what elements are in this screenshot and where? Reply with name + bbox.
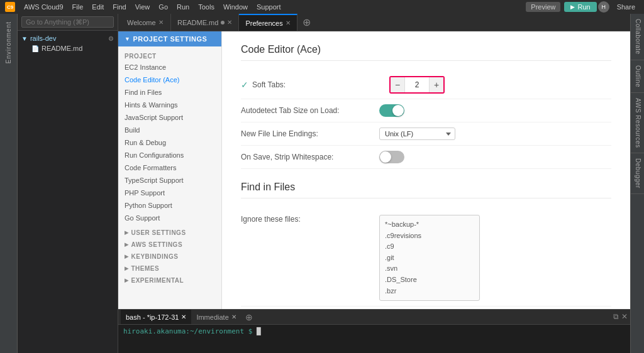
- terminal-tab-immediate[interactable]: Immediate ✕: [191, 310, 241, 324]
- content-area: ▼ PROJECT SETTINGS PROJECT EC2 Instance …: [118, 31, 630, 309]
- settings-run-debug[interactable]: Run & Debug: [118, 136, 221, 149]
- line-endings-select[interactable]: Unix (LF) Windows (CR+LF) Mac OS X (CR): [379, 128, 455, 140]
- tab-preferences-label: Preferences: [245, 19, 282, 27]
- environment-label: Environment: [5, 21, 12, 63]
- tab-readme-label: README.md: [177, 19, 218, 26]
- tab-add-button[interactable]: ⊕: [297, 16, 316, 28]
- terminal-expand-icon[interactable]: ⧉: [613, 312, 619, 321]
- menu-edit[interactable]: Edit: [88, 2, 108, 12]
- soft-tabs-control: − +: [389, 76, 445, 94]
- terminal-body: hiroaki.akanuma:~/environment $ █: [118, 325, 630, 338]
- toggle-knob: [392, 105, 404, 116]
- settings-js-support[interactable]: JavaScript Support: [118, 111, 221, 124]
- gear-icon[interactable]: ⚙: [108, 35, 114, 42]
- terminal-bash-close[interactable]: ✕: [181, 313, 186, 320]
- terminal-tab-bar: bash - *ip-172-31 ✕ Immediate ✕ ⊕ ⧉ ✕: [118, 310, 630, 325]
- tab-welcome[interactable]: Welcome ✕: [121, 14, 171, 31]
- menu-view[interactable]: View: [131, 2, 154, 12]
- menubar: C9 AWS Cloud9 File Edit Find View Go Run…: [0, 0, 644, 14]
- ignore-files-label: Ignore these files:: [241, 215, 379, 224]
- settings-ec2[interactable]: EC2 Instance: [118, 61, 221, 73]
- line-endings-control: Unix (LF) Windows (CR+LF) Mac OS X (CR): [379, 128, 455, 140]
- file-name: README.md: [42, 45, 82, 52]
- settings-code-formatters[interactable]: Code Formatters: [118, 161, 221, 174]
- right-tab-collaborate[interactable]: Collaborate: [631, 14, 644, 60]
- preview-button[interactable]: Preview: [526, 2, 560, 12]
- strip-whitespace-toggle[interactable]: [379, 151, 404, 163]
- settings-header: ▼ PROJECT SETTINGS: [118, 31, 221, 46]
- center-content: Welcome ✕ README.md ✕ Preferences ✕ ⊕ ▼ …: [118, 14, 630, 353]
- tab-preferences[interactable]: Preferences ✕: [239, 14, 297, 31]
- settings-code-editor[interactable]: Code Editor (Ace): [118, 73, 221, 86]
- user-settings-group[interactable]: USER SETTINGS: [118, 227, 221, 239]
- menu-go[interactable]: Go: [155, 2, 172, 12]
- settings-php-support[interactable]: PHP Support: [118, 187, 221, 199]
- line-endings-label: New File Line Endings:: [241, 129, 379, 138]
- terminal-tab-bash[interactable]: bash - *ip-172-31 ✕: [121, 310, 191, 324]
- autodetect-row: Autodetect Tab Size on Load:: [241, 99, 611, 122]
- file-icon: 📄: [31, 45, 39, 52]
- menu-find[interactable]: Find: [109, 2, 130, 12]
- terminal-cursor: █: [257, 327, 261, 335]
- tab-readme[interactable]: README.md ✕: [171, 14, 239, 31]
- soft-tabs-text: Soft Tabs:: [252, 80, 286, 89]
- settings-header-label: PROJECT SETTINGS: [133, 35, 207, 43]
- strip-whitespace-label: On Save, Strip Whitespace:: [241, 153, 379, 161]
- autodetect-toggle[interactable]: [379, 104, 404, 117]
- file-tree: ▼ rails-dev ⚙ 📄 README.md: [18, 31, 118, 353]
- app-logo: C9: [5, 2, 15, 12]
- soft-tabs-decrement[interactable]: −: [391, 77, 404, 92]
- environment-panel: Environment: [0, 14, 18, 353]
- line-endings-row: New File Line Endings: Unix (LF) Windows…: [241, 122, 611, 146]
- right-tab-outline[interactable]: Outline: [631, 60, 644, 93]
- settings-sidebar: ▼ PROJECT SETTINGS PROJECT EC2 Instance …: [118, 31, 222, 309]
- settings-build[interactable]: Build: [118, 124, 221, 136]
- menu-aws-cloud9[interactable]: AWS Cloud9: [20, 2, 67, 12]
- run-button[interactable]: Run: [564, 2, 596, 12]
- file-panel: ▼ rails-dev ⚙ 📄 README.md: [18, 14, 118, 353]
- tree-children: 📄 README.md: [18, 43, 118, 53]
- tab-preferences-close[interactable]: ✕: [286, 19, 291, 26]
- menu-window[interactable]: Window: [219, 2, 252, 12]
- soft-tabs-increment[interactable]: +: [430, 77, 443, 92]
- terminal-bash-label: bash - *ip-172-31: [126, 313, 179, 321]
- main-layout: Environment ▼ rails-dev ⚙ 📄 README.md: [0, 14, 644, 353]
- settings-find-in-files[interactable]: Find in Files: [118, 86, 221, 99]
- settings-python-support[interactable]: Python Support: [118, 199, 221, 212]
- share-button[interactable]: Share: [613, 2, 639, 12]
- themes-group[interactable]: THEMes: [118, 263, 221, 274]
- terminal-prompt: hiroaki.akanuma:~/environment $: [123, 327, 252, 335]
- terminal-immediate-label: Immediate: [196, 313, 228, 321]
- settings-ts-support[interactable]: TypeScript Support: [118, 174, 221, 187]
- menu-tools[interactable]: Tools: [194, 2, 218, 12]
- tree-folder-rails-dev[interactable]: ▼ rails-dev ⚙: [18, 33, 118, 43]
- terminal-immediate-close[interactable]: ✕: [231, 313, 236, 320]
- header-arrow: ▼: [125, 36, 130, 42]
- right-tab-aws-resources[interactable]: AWS Resources: [631, 93, 644, 153]
- settings-hints-warnings[interactable]: Hints & Warnings: [118, 99, 221, 111]
- tree-file-readme[interactable]: 📄 README.md: [28, 43, 118, 53]
- tab-welcome-close[interactable]: ✕: [158, 19, 164, 26]
- search-input[interactable]: [21, 16, 114, 28]
- menu-run[interactable]: Run: [173, 2, 193, 12]
- terminal-close-icon[interactable]: ✕: [621, 312, 628, 321]
- ignore-files-box[interactable]: *~backup-*.c9revisions.c9.git.svn.DS_Sto…: [379, 215, 480, 301]
- settings-go-support[interactable]: Go Support: [118, 212, 221, 224]
- file-search-area: [18, 14, 118, 31]
- soft-tabs-row: ✓ Soft Tabs: − +: [241, 71, 611, 99]
- settings-content: Code Editor (Ace) ✓ Soft Tabs: − + Aut: [222, 31, 630, 309]
- settings-run-configs[interactable]: Run Configurations: [118, 149, 221, 161]
- menu-file[interactable]: File: [69, 2, 87, 12]
- menu-support[interactable]: Support: [253, 2, 285, 12]
- soft-tabs-value[interactable]: [404, 77, 430, 92]
- right-tab-debugger[interactable]: Debugger: [631, 153, 644, 194]
- terminal-add-button[interactable]: ⊕: [242, 312, 257, 322]
- avatar[interactable]: H: [598, 1, 609, 13]
- autodetect-label: Autodetect Tab Size on Load:: [241, 106, 379, 115]
- keybindings-group[interactable]: KEYBINDINGS: [118, 251, 221, 263]
- aws-settings-group[interactable]: AWS SETTINGS: [118, 239, 221, 251]
- tab-readme-dot: [221, 21, 225, 24]
- autodetect-control: [379, 104, 404, 117]
- tab-readme-close[interactable]: ✕: [227, 19, 232, 26]
- experimental-group[interactable]: EXPERIMENTAL: [118, 274, 221, 286]
